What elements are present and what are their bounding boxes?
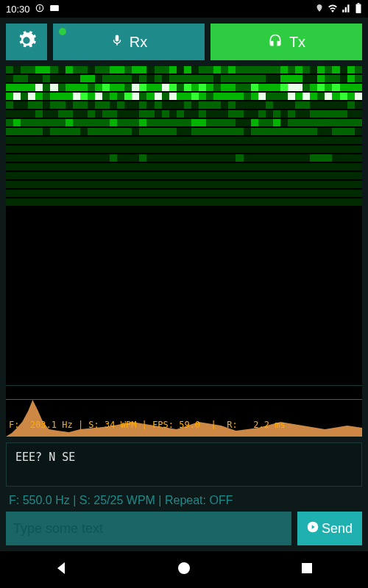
tx-label: Tx <box>289 34 305 51</box>
spectrum-readout: F: 203.1 Hz | S: 34 WPM | FPS: 59.0 | R:… <box>9 420 359 430</box>
rx-button[interactable]: Rx <box>53 24 205 60</box>
tx-text-input[interactable] <box>6 512 291 545</box>
signal-icon <box>342 4 352 15</box>
nav-recent-icon[interactable] <box>298 559 316 580</box>
gears-icon <box>16 30 37 54</box>
wifi-icon <box>327 4 339 15</box>
decoded-text: EEE? N SE <box>15 451 75 464</box>
settings-button[interactable] <box>6 24 47 60</box>
rx-label: Rx <box>130 34 147 51</box>
send-button[interactable]: Send <box>297 512 362 545</box>
bottom-panel: F: 550.0 Hz | S: 25/25 WPM | Repeat: OFF… <box>6 492 362 545</box>
send-label: Send <box>322 521 353 537</box>
mode-toolbar: Rx Tx <box>6 24 362 60</box>
app-content: Rx Tx F: 203.1 Hz | S: 34 WPM | FPS: 59.… <box>0 18 368 551</box>
spectrum-panel: F: 203.1 Hz | S: 34 WPM | FPS: 59.0 | R:… <box>6 385 362 437</box>
tx-button[interactable]: Tx <box>210 24 362 60</box>
nav-back-icon[interactable] <box>52 559 70 580</box>
svg-rect-4 <box>358 3 360 4</box>
svg-rect-3 <box>356 4 361 13</box>
location-icon <box>315 3 324 15</box>
status-time: 10:30 <box>6 4 30 15</box>
headset-icon <box>267 33 283 51</box>
pip-icon <box>35 3 45 15</box>
nav-home-icon[interactable] <box>175 559 193 580</box>
svg-rect-1 <box>39 6 40 10</box>
svg-point-6 <box>178 562 190 574</box>
card-icon <box>49 4 60 15</box>
svg-rect-7 <box>302 563 312 573</box>
decoded-text-box: EEE? N SE <box>6 442 362 487</box>
mic-icon <box>110 32 124 52</box>
battery-icon <box>355 3 362 15</box>
play-icon <box>307 521 319 537</box>
tx-status-line: F: 550.0 Hz | S: 25/25 WPM | Repeat: OFF <box>6 492 362 509</box>
waterfall-display[interactable]: F: 203.1 Hz | S: 34 WPM | FPS: 59.0 | R:… <box>6 66 362 437</box>
android-status-bar: 10:30 <box>0 0 368 18</box>
android-nav-bar <box>0 551 368 588</box>
rx-active-indicator <box>59 28 66 35</box>
svg-rect-2 <box>50 4 59 10</box>
